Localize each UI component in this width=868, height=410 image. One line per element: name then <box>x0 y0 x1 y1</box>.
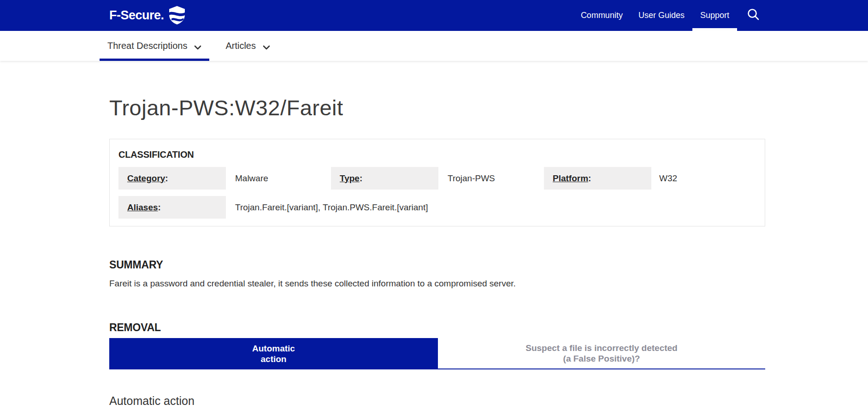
platform-link[interactable]: Platform <box>553 173 588 184</box>
nav-support[interactable]: Support <box>692 0 737 31</box>
aliases-label-cell: Aliases: <box>118 196 226 219</box>
page-title: Trojan-PWS:W32/Fareit <box>109 61 765 121</box>
removal-heading: REMOVAL <box>109 321 765 333</box>
classification-row: Category: Malware Type: Trojan-PWS Platf… <box>118 167 756 190</box>
secondary-nav-bar: Threat Descriptions Articles <box>0 31 868 61</box>
search-icon <box>746 8 760 24</box>
nav-community[interactable]: Community <box>573 0 631 31</box>
removal-tabs: Automatic action Suspect a file is incor… <box>109 338 765 369</box>
aliases-link[interactable]: Aliases <box>127 202 158 213</box>
summary-heading: SUMMARY <box>109 259 765 271</box>
tab-automatic-action-line2: action <box>261 354 287 364</box>
type-label-cell: Type: <box>331 167 438 190</box>
label-colon: : <box>588 173 591 184</box>
chevron-down-icon <box>263 42 270 52</box>
subnav-threat-descriptions[interactable]: Threat Descriptions <box>100 31 209 61</box>
subnav-threat-descriptions-label: Threat Descriptions <box>107 41 187 51</box>
subnav-articles-label: Articles <box>225 41 256 51</box>
tab-automatic-action-line1: Automatic <box>252 343 295 354</box>
chevron-down-icon <box>194 42 201 52</box>
top-nav-links: Community User Guides Support <box>573 0 767 31</box>
nav-user-guides-label: User Guides <box>638 11 685 20</box>
nav-support-label: Support <box>700 11 729 20</box>
platform-value: W32 <box>651 167 756 190</box>
top-header-bar: F-Secure. Community User Guides Support <box>0 0 868 31</box>
category-label-cell: Category: <box>118 167 226 190</box>
tab-false-positive-line2: (a False Positive)? <box>563 353 640 364</box>
fsecure-logo[interactable]: F-Secure. <box>109 5 186 27</box>
category-link[interactable]: Category <box>127 173 165 184</box>
label-colon: : <box>360 173 362 184</box>
classification-box: CLASSIFICATION Category: Malware Type: T… <box>109 139 765 226</box>
fsecure-logo-text: F-Secure. <box>109 8 164 23</box>
category-value: Malware <box>226 167 331 190</box>
tab-false-positive-line1: Suspect a file is incorrectly detected <box>526 343 677 353</box>
subnav-articles[interactable]: Articles <box>218 31 278 61</box>
automatic-action-heading: Automatic action <box>109 394 765 408</box>
tab-false-positive[interactable]: Suspect a file is incorrectly detected (… <box>438 338 765 369</box>
tab-automatic-action[interactable]: Automatic action <box>109 338 438 369</box>
classification-heading: CLASSIFICATION <box>118 149 756 160</box>
search-button[interactable] <box>737 0 767 31</box>
label-colon: : <box>165 173 168 184</box>
nav-user-guides[interactable]: User Guides <box>631 0 692 31</box>
summary-text: Fareit is a password and credential stea… <box>109 278 765 289</box>
type-value: Trojan-PWS <box>438 167 544 190</box>
nav-community-label: Community <box>581 11 623 20</box>
type-link[interactable]: Type <box>340 173 360 184</box>
shield-icon <box>168 6 186 27</box>
platform-label-cell: Platform: <box>544 167 651 190</box>
aliases-value: Trojan.Fareit.[variant], Trojan.PWS.Fare… <box>226 196 756 219</box>
label-colon: : <box>158 202 161 213</box>
main-content: Trojan-PWS:W32/Fareit CLASSIFICATION Cat… <box>109 61 765 410</box>
classification-row: Aliases: Trojan.Fareit.[variant], Trojan… <box>118 196 756 219</box>
